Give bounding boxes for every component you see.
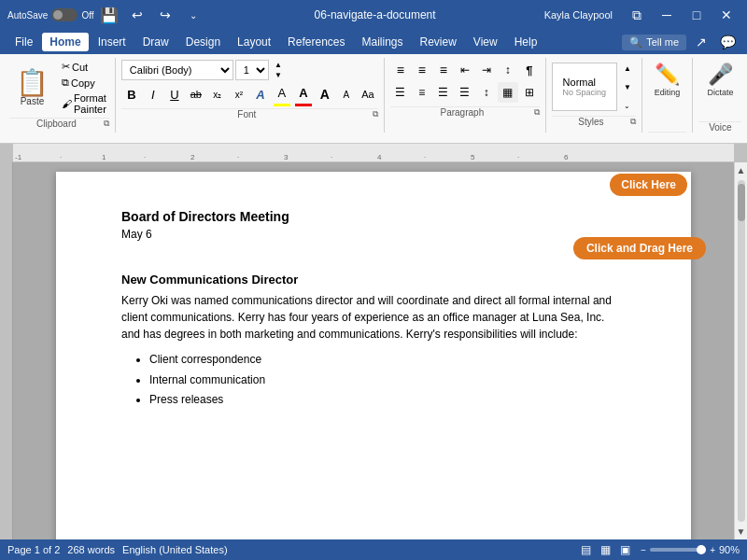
shading-button[interactable]: ▦: [498, 82, 518, 103]
menu-help[interactable]: Help: [507, 33, 545, 51]
menu-view[interactable]: View: [466, 33, 505, 51]
increase-indent-button[interactable]: ⇥: [476, 60, 497, 80]
close-button[interactable]: ✕: [713, 4, 740, 26]
print-layout-view-icon[interactable]: ▤: [578, 542, 594, 557]
voice-group-footer: Voice: [698, 121, 741, 133]
sort-button[interactable]: ↕: [498, 60, 518, 80]
borders-button[interactable]: ⊞: [519, 82, 540, 103]
styles-expand[interactable]: ⌄: [619, 97, 636, 114]
paragraph-expand-icon[interactable]: ⧉: [534, 107, 540, 118]
clear-formatting-btn[interactable]: Aa: [358, 84, 378, 105]
redo-button[interactable]: ↪: [152, 4, 178, 26]
bullet-item-2: Internal communication: [149, 371, 626, 391]
menu-references[interactable]: References: [280, 33, 352, 51]
doc-date: May 6: [121, 228, 626, 241]
share-button[interactable]: ↗: [692, 33, 711, 51]
menu-mailings[interactable]: Mailings: [354, 33, 410, 51]
style-normal-box[interactable]: Normal No Spacing: [552, 63, 617, 111]
menu-insert[interactable]: Insert: [91, 33, 134, 51]
undo-button[interactable]: ↩: [124, 4, 150, 26]
menu-layout[interactable]: Layout: [230, 33, 278, 51]
scrollbar-handle[interactable]: [738, 184, 745, 221]
show-formatting-button[interactable]: ¶: [519, 60, 540, 80]
dictate-label: Dictate: [707, 88, 733, 97]
paste-button[interactable]: 📋 Paste: [9, 60, 55, 116]
bullets-button[interactable]: ≡: [390, 60, 411, 80]
clipboard-expand-icon[interactable]: ⧉: [104, 119, 109, 129]
font-color-button[interactable]: A: [293, 82, 314, 103]
superscript-button[interactable]: x²: [229, 84, 249, 105]
autosave-state: Off: [81, 10, 93, 21]
bold-button[interactable]: B: [121, 84, 142, 105]
styles-expand-icon[interactable]: ⧉: [630, 117, 636, 127]
autosave-switch[interactable]: [51, 8, 78, 21]
font-name-select[interactable]: Calibri (Body): [121, 60, 233, 80]
scrollbar-down-button[interactable]: ▼: [735, 524, 747, 539]
doc-bullet-list: Client correspondence Internal communica…: [121, 350, 626, 411]
numbering-button[interactable]: ≡: [412, 60, 432, 80]
cut-button[interactable]: ✂ Cut: [59, 60, 109, 74]
save-icon[interactable]: 💾: [100, 7, 119, 24]
ruler-mark-7: ·: [331, 153, 332, 161]
styles-scroll-up[interactable]: ▲: [619, 60, 636, 77]
ruler: -1 · 1 · 2 · 3 · 4 · 5 · 6: [0, 144, 747, 162]
para-row-1: ≡ ≡ ≡ ⇤ ⇥ ↕ ¶: [390, 60, 540, 80]
styles-group-footer: Styles ⧉: [552, 116, 636, 127]
maximize-button[interactable]: □: [684, 4, 710, 26]
styles-scroll-down[interactable]: ▼: [619, 78, 636, 95]
click-drag-here-callout[interactable]: Click and Drag Here: [573, 237, 706, 259]
ribbon-display-options[interactable]: ⧉: [624, 4, 650, 26]
underline-button[interactable]: U: [164, 84, 185, 105]
text-highlight-button[interactable]: A: [272, 82, 292, 103]
strikethrough-button[interactable]: ab: [186, 84, 206, 105]
autosave-toggle-group[interactable]: AutoSave Off: [7, 8, 94, 21]
menu-file[interactable]: File: [7, 33, 40, 51]
italic-button[interactable]: I: [143, 84, 163, 105]
zoom-handle[interactable]: [697, 545, 706, 554]
line-spacing-button[interactable]: ↕: [476, 82, 497, 103]
doc-scroll-area[interactable]: Click Here Click and Drag Here Board of …: [13, 162, 734, 539]
menu-review[interactable]: Review: [413, 33, 464, 51]
dictate-button[interactable]: 🎤 Dictate: [698, 60, 741, 100]
align-left-button[interactable]: ☰: [390, 82, 411, 103]
clipboard-group-footer: Clipboard ⧉: [9, 118, 109, 129]
click-here-callout[interactable]: Click Here: [610, 174, 687, 196]
decrease-indent-button[interactable]: ⇤: [455, 60, 475, 80]
subscript-button[interactable]: x₂: [207, 84, 228, 105]
zoom-slider[interactable]: [650, 548, 706, 552]
ruler-mark-1: ·: [60, 153, 62, 161]
read-mode-view-icon[interactable]: ▣: [617, 542, 633, 557]
zoom-in-icon[interactable]: +: [710, 545, 715, 555]
web-layout-view-icon[interactable]: ▦: [598, 542, 613, 557]
align-center-button[interactable]: ≡: [412, 82, 432, 103]
comments-button[interactable]: 💬: [716, 33, 740, 51]
microphone-icon: 🎤: [708, 63, 733, 87]
font-size-select[interactable]: 11: [235, 60, 269, 80]
ribbon: 📋 Paste ✂ Cut ⧉ Copy 🖌: [0, 54, 747, 144]
content-area: Click Here Click and Drag Here Board of …: [0, 162, 747, 539]
editing-button[interactable]: ✏️ Editing: [648, 60, 687, 100]
user-name: Kayla Claypool: [544, 9, 613, 21]
font-size-up-btn[interactable]: A: [315, 84, 335, 105]
font-group-footer: Font ⧉: [121, 108, 378, 119]
menu-design[interactable]: Design: [178, 33, 228, 51]
align-right-button[interactable]: ☰: [433, 82, 454, 103]
copy-button[interactable]: ⧉ Copy: [59, 76, 109, 90]
scrollbar-up-button[interactable]: ▲: [735, 162, 747, 178]
text-effects-button[interactable]: A: [250, 84, 271, 105]
menu-draw[interactable]: Draw: [135, 33, 176, 51]
font-size-down-btn[interactable]: A: [336, 84, 357, 105]
font-size-increase[interactable]: ▲: [271, 60, 286, 70]
minimize-button[interactable]: ─: [654, 4, 680, 26]
zoom-out-icon[interactable]: −: [641, 545, 646, 555]
bullet-item-1: Client correspondence: [149, 350, 626, 371]
menu-home[interactable]: Home: [42, 33, 88, 51]
quick-access-more[interactable]: ⌄: [180, 4, 206, 26]
multilevel-list-button[interactable]: ≡: [433, 60, 454, 80]
font-size-decrease[interactable]: ▼: [271, 70, 286, 80]
font-expand-icon[interactable]: ⧉: [373, 109, 378, 119]
tell-me-search[interactable]: 🔍 Tell me: [622, 35, 686, 50]
justify-button[interactable]: ☰: [455, 82, 475, 103]
format-painter-button[interactable]: 🖌 Format Painter: [59, 91, 109, 116]
left-sidebar-margin: [0, 162, 13, 539]
